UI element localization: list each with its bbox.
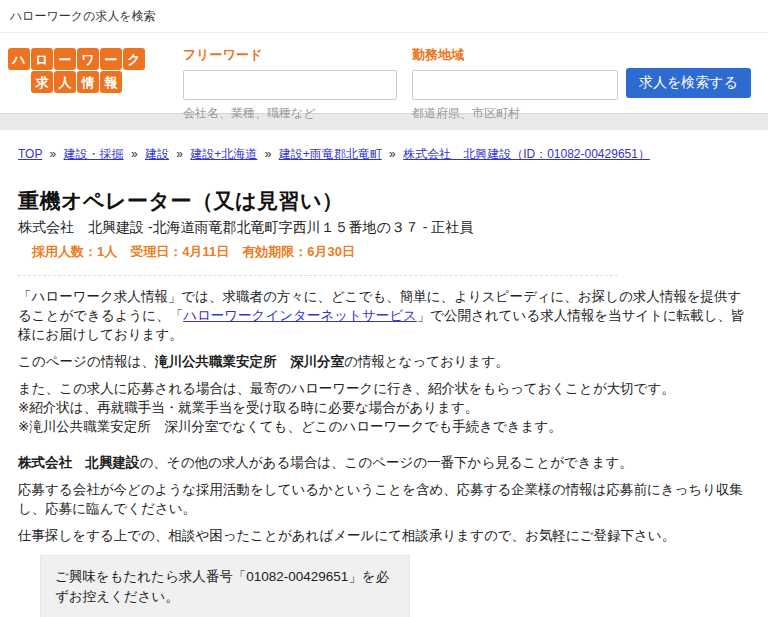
topbar: ハローワークの求人を検索 — [0, 0, 768, 33]
company-name: 株式会社 北興建設 — [18, 455, 140, 470]
breadcrumb-link-industry[interactable]: 建設 — [145, 147, 169, 161]
notice-box-job-number: ご興味をもたれたら求人番号「01082-00429651」を必ずお控えください。 — [40, 555, 410, 617]
breadcrumb-separator: » — [176, 147, 183, 161]
breadcrumb-separator: » — [389, 147, 396, 161]
paragraph-consultation: 仕事探しをする上での、相談や困ったことがあればメールにて相談承りますので、お気軽… — [18, 526, 752, 545]
logo-row-2: 求 人 情 報 — [31, 71, 145, 93]
company-line: 株式会社 北興建設 -北海道雨竜郡北竜町字西川１５番地の３７ - 正社員 — [18, 219, 750, 237]
topbar-title: ハローワークの求人を検索 — [10, 8, 156, 25]
breadcrumb-link-prefecture[interactable]: 建設+北海道 — [190, 147, 257, 161]
breadcrumb-link-town[interactable]: 建設+雨竜郡北竜町 — [279, 147, 382, 161]
logo-tile: ワ — [77, 48, 99, 70]
breadcrumb-link-top[interactable]: TOP — [18, 147, 42, 161]
breadcrumb-link-company[interactable]: 株式会社 北興建設（ID：01082-00429651） — [403, 147, 650, 161]
logo-tile: 人 — [54, 71, 76, 93]
office-name: 滝川公共職業安定所 深川分室 — [155, 354, 344, 369]
logo-tile: 報 — [100, 71, 122, 93]
paragraph-other-jobs: 株式会社 北興建設の、その他の求人がある場合は、このページの一番下から見ることが… — [18, 453, 752, 472]
hellowork-internet-service-link[interactable]: ハローワークインターネットサービス — [183, 308, 417, 323]
breadcrumb: TOP » 建設・採掘 » 建設 » 建設+北海道 » 建設+雨竜郡北竜町 » … — [18, 146, 750, 163]
paragraph-referral-note: また、この求人に応募される場合は、最寄のハローワークに行き、紹介状をもらっておく… — [18, 379, 752, 436]
paragraph-text: の情報となっております。 — [344, 354, 509, 369]
logo-tile: 情 — [77, 71, 99, 93]
logo-tile: ク — [123, 48, 145, 70]
paragraph-text: ※紹介状は、再就職手当・就業手当を受け取る時に必要な場合があります。 — [18, 400, 478, 415]
header: ハ ロ ー ワ ー ク 求 人 情 報 フリーワード 会社名、業種、職種など 勤… — [0, 33, 768, 113]
freeword-hint: 会社名、業種、職種など — [183, 105, 397, 122]
location-hint: 都道府県、市区町村 — [412, 105, 618, 122]
content: TOP » 建設・採掘 » 建設 » 建設+北海道 » 建設+雨竜郡北竜町 » … — [0, 146, 768, 617]
freeword-input[interactable] — [183, 70, 397, 100]
paragraph-text: ※滝川公共職業安定所 深川分室でなくても、どこのハローワークでも手続きできます。 — [18, 419, 562, 434]
job-title: 重機オペレーター（又は見習い） — [18, 187, 750, 215]
search-button[interactable]: 求人を検索する — [626, 68, 751, 98]
location-field: 勤務地域 都道府県、市区町村 — [412, 46, 618, 122]
job-meta-line: 採用人数：1人 受理日：4月11日 有効期限：6月30日 — [32, 243, 750, 261]
paragraph-intro: 「ハローワーク求人情報」では、求職者の方々に、どこでも、簡単に、よりスピーディに… — [18, 287, 752, 344]
site-logo[interactable]: ハ ロ ー ワ ー ク 求 人 情 報 — [8, 48, 145, 94]
logo-tile: ロ — [31, 48, 53, 70]
logo-tile: ハ — [8, 48, 30, 70]
logo-tile: ー — [54, 48, 76, 70]
search-form: フリーワード 会社名、業種、職種など 勤務地域 都道府県、市区町村 求人を検索す… — [183, 46, 751, 122]
logo-tile: ー — [100, 48, 122, 70]
location-label: 勤務地域 — [412, 46, 618, 64]
location-input[interactable] — [412, 70, 618, 100]
breadcrumb-separator: » — [50, 147, 57, 161]
breadcrumb-separator: » — [265, 147, 272, 161]
freeword-field: フリーワード 会社名、業種、職種など — [183, 46, 397, 122]
breadcrumb-separator: » — [131, 147, 138, 161]
paragraph-research-advice: 応募する会社が今どのような採用活動をしているかということを含め、応募する企業様の… — [18, 480, 752, 518]
paragraph-office-info: このページの情報は、滝川公共職業安定所 深川分室の情報となっております。 — [18, 352, 752, 371]
freeword-label: フリーワード — [183, 46, 397, 64]
logo-tile: 求 — [31, 71, 53, 93]
body-paragraphs: 「ハローワーク求人情報」では、求職者の方々に、どこでも、簡単に、よりスピーディに… — [18, 287, 752, 545]
paragraph-text: の、その他の求人がある場合は、このページの一番下から見ることができます。 — [140, 455, 633, 470]
divider-top — [18, 275, 618, 276]
paragraph-text: このページの情報は、 — [18, 354, 155, 369]
paragraph-text: また、この求人に応募される場合は、最寄のハローワークに行き、紹介状をもらっておく… — [18, 381, 675, 396]
logo-row-1: ハ ロ ー ワ ー ク — [8, 48, 145, 70]
page: ハローワークの求人を検索 ハ ロ ー ワ ー ク 求 人 情 報 フリーワード — [0, 0, 768, 617]
breadcrumb-link-category[interactable]: 建設・採掘 — [64, 147, 124, 161]
